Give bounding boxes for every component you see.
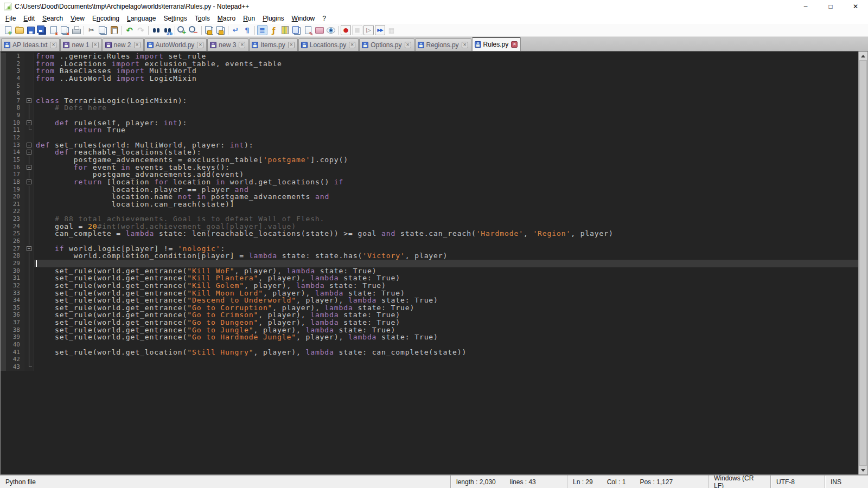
code-text[interactable] <box>34 341 858 349</box>
tab-close-icon[interactable]: ✕ <box>288 42 295 48</box>
open-file-icon[interactable] <box>14 25 24 35</box>
document-map-icon[interactable] <box>280 25 290 35</box>
fold-collapse-icon[interactable]: − <box>27 120 31 125</box>
tab-close-icon[interactable]: ✕ <box>405 42 411 48</box>
cut-icon[interactable] <box>86 25 97 35</box>
sync-vertical-scrolling-icon[interactable] <box>204 25 214 35</box>
code-line[interactable]: 3from BaseClasses import MultiWorld <box>1 67 858 75</box>
code-text[interactable] <box>34 89 858 97</box>
fold-collapse-icon[interactable]: − <box>27 98 31 103</box>
code-text[interactable]: location.player == player and <box>34 186 858 194</box>
tab-new-3[interactable]: new 3✕ <box>207 38 248 51</box>
undo-icon[interactable] <box>124 25 135 35</box>
menu-file[interactable]: File <box>2 14 20 23</box>
code-line[interactable]: 16− for event in events_table.keys(): <box>1 164 858 171</box>
code-text[interactable]: location.can_reach(state)] <box>34 201 858 208</box>
document-list-icon[interactable] <box>291 25 302 35</box>
code-line[interactable]: 17 postgame_advancements.add(event) <box>1 171 858 178</box>
code-line[interactable]: 13−def set_rules(world: MultiWorld, play… <box>1 142 858 149</box>
menu-window[interactable]: Window <box>288 14 319 23</box>
close-all-icon[interactable] <box>60 25 70 35</box>
tab-new-1[interactable]: new 1✕ <box>60 38 101 51</box>
code-text[interactable]: def reachable_locations(state): <box>34 149 858 156</box>
code-line[interactable]: 41 set_rule(world.get_location("Still Hu… <box>1 349 858 356</box>
code-line[interactable]: 9 <box>1 112 858 119</box>
code-text[interactable]: location.name not in postgame_advancemen… <box>34 193 858 201</box>
code-text[interactable]: # 88 total achievements. Goal is to defe… <box>34 215 858 223</box>
code-text[interactable]: goal = 20#int(world.achievement_goal[pla… <box>34 223 858 230</box>
code-text[interactable]: return True <box>34 126 858 134</box>
title-bar[interactable]: C:\Users\Dood\Documents\tmp\Archipelago\… <box>0 0 868 12</box>
code-line[interactable]: 20 location.name not in postgame_advance… <box>1 193 858 201</box>
tab-regions-py[interactable]: Regions.py✕ <box>415 38 471 51</box>
code-line[interactable]: 34 set_rule(world.get_entrance("Descend … <box>1 297 858 304</box>
code-line[interactable]: 35 set_rule(world.get_entrance("Go to Co… <box>1 304 858 312</box>
status-eol-format[interactable]: Windows (CR LF) <box>708 476 770 488</box>
fold-collapse-icon[interactable]: − <box>27 246 31 251</box>
code-line[interactable]: 26 <box>1 237 858 245</box>
code-text[interactable]: set_rule(world.get_entrance("Go to Corru… <box>34 304 858 312</box>
tab-close-icon[interactable]: ✕ <box>92 42 99 48</box>
menu-language[interactable]: Language <box>123 14 159 23</box>
code-text[interactable]: can_complete = lambda state: len(reachab… <box>34 230 858 237</box>
function-list-icon[interactable] <box>269 25 279 35</box>
code-line[interactable]: 12 <box>1 134 858 142</box>
word-wrap-icon[interactable] <box>231 25 241 35</box>
tab-rules-py[interactable]: Rules.py✕ <box>472 37 521 51</box>
code-text[interactable]: from BaseClasses import MultiWorld <box>34 67 858 75</box>
fold-collapse-icon[interactable]: − <box>27 165 31 170</box>
menu-plugins[interactable]: Plugins <box>259 14 288 23</box>
save-all-icon[interactable] <box>37 25 47 35</box>
menu-settings[interactable]: Settings <box>159 14 190 23</box>
code-line[interactable]: 24 goal = 20#int(world.achievement_goal[… <box>1 223 858 230</box>
scroll-down-arrow-icon[interactable] <box>859 466 867 474</box>
code-line[interactable]: 25 can_complete = lambda state: len(reac… <box>1 230 858 237</box>
redo-icon[interactable] <box>136 25 146 35</box>
code-text[interactable]: set_rule(world.get_entrance("Go to Dunge… <box>34 319 858 326</box>
code-line[interactable]: 27− if world.logic[player] != 'nologic': <box>1 245 858 253</box>
code-line[interactable]: 8 # Defs here <box>1 104 858 112</box>
macro-stop-recording-icon[interactable] <box>352 25 362 35</box>
code-text[interactable]: postgame_advancements = exclusion_table[… <box>34 156 858 164</box>
menu-help[interactable]: ? <box>318 14 330 23</box>
sync-horizontal-scrolling-icon[interactable] <box>215 25 226 35</box>
code-line[interactable]: 29 <box>1 260 858 267</box>
code-line[interactable]: 30 set_rule(world.get_entrance("Kill WoF… <box>1 267 858 275</box>
code-line[interactable]: 33 set_rule(world.get_entrance("Kill Moo… <box>1 290 858 297</box>
code-text[interactable] <box>34 356 858 363</box>
tab-locations-py[interactable]: Locations.py✕ <box>298 38 359 51</box>
scrollbar-thumb[interactable] <box>859 60 867 466</box>
code-line[interactable]: 31 set_rule(world.get_entrance("Kill Pla… <box>1 274 858 282</box>
tab-close-icon[interactable]: ✕ <box>349 42 355 48</box>
tab-close-icon[interactable]: ✕ <box>50 42 56 48</box>
code-line[interactable]: 1from ..generic.Rules import set_rule <box>1 53 858 60</box>
show-all-characters-icon[interactable] <box>242 25 252 35</box>
code-text[interactable]: set_rule(world.get_entrance("Kill Moon L… <box>34 290 858 297</box>
menu-search[interactable]: Search <box>39 14 67 23</box>
paste-icon[interactable] <box>109 25 119 35</box>
code-line[interactable]: 5 <box>1 82 858 90</box>
code-line[interactable]: 22 <box>1 208 858 215</box>
macro-save-icon[interactable] <box>386 25 397 35</box>
code-line[interactable]: 10− def rule(self, player: int): <box>1 119 858 127</box>
code-text[interactable] <box>34 208 858 215</box>
code-text[interactable]: from ..AutoWorld import LogicMixin <box>34 75 858 82</box>
new-file-icon[interactable] <box>3 25 13 35</box>
code-text[interactable]: set_rule(world.get_entrance("Go to Hardm… <box>34 333 858 341</box>
menu-encoding[interactable]: Encoding <box>88 14 123 23</box>
code-text[interactable]: # Defs here <box>34 104 858 112</box>
code-line[interactable]: 21 location.can_reach(state)] <box>1 201 858 208</box>
window-close-button[interactable]: ✕ <box>843 0 868 12</box>
monitoring-eye-icon[interactable] <box>326 25 336 35</box>
tab-close-icon[interactable]: ✕ <box>134 42 141 48</box>
code-text[interactable]: set_rule(world.get_entrance("Kill WoF", … <box>34 267 858 275</box>
code-text[interactable]: world.completion_condition[player] = lam… <box>34 252 858 260</box>
menu-edit[interactable]: Edit <box>20 14 39 23</box>
code-text[interactable]: from ..generic.Rules import set_rule <box>34 53 858 60</box>
code-text[interactable]: set_rule(world.get_entrance("Go to Crims… <box>34 311 858 319</box>
macro-playback-icon[interactable] <box>363 25 374 35</box>
code-text[interactable]: for event in events_table.keys(): <box>34 164 858 171</box>
code-text[interactable] <box>34 237 858 245</box>
code-text[interactable]: def rule(self, player: int): <box>34 119 858 127</box>
zoom-out-icon[interactable] <box>189 25 199 35</box>
